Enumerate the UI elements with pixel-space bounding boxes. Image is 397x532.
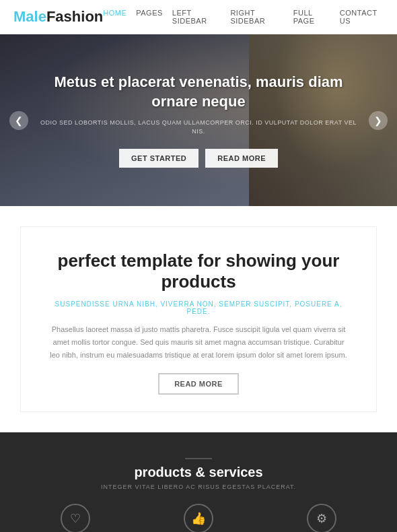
features-box: perfect template for showing your produc… (20, 226, 377, 412)
features-text: Phasellus laoreet massa id justo mattis … (48, 323, 349, 361)
site-logo[interactable]: MaleFashion (13, 8, 103, 26)
hero-arrow-left[interactable]: ❮ (9, 111, 28, 130)
hero-arrow-right[interactable]: ❯ (369, 111, 388, 130)
service-modern-design: ♡ MODERN DESIGN LETITIBULUM AUCTOR DAPIB… (13, 504, 137, 532)
products-subtitle: INTEGER VITAE LIBERO AC RISUS EGESTAS PL… (13, 484, 384, 490)
divider (185, 458, 212, 459)
thumbsup-icon: 👍 (184, 504, 213, 532)
services-row: ♡ MODERN DESIGN LETITIBULUM AUCTOR DAPIB… (13, 504, 384, 532)
nav-full-page[interactable]: FULL PAGE (293, 9, 330, 25)
nav-right-sidebar[interactable]: RIGHT SIDEBAR (230, 9, 283, 25)
features-title: perfect template for showing your produc… (48, 251, 349, 292)
service-quick-support: ⚙ QUICK SUPPORT LETITIBULUM AUCTOR DAPIB… (260, 504, 384, 532)
main-nav: HOME PAGES LEFT SIDEBAR RIGHT SIDEBAR FU… (103, 9, 384, 25)
nav-contact[interactable]: CONTACT US (340, 9, 384, 25)
products-title: products & services (13, 465, 384, 480)
hero-subtitle: ODIO SED LOBORTIS MOLLIS, LACUS QUAM ULL… (37, 119, 360, 137)
read-more-button[interactable]: READ MORE (205, 149, 278, 168)
features-section: perfect template for showing your produc… (0, 206, 397, 432)
gear-icon: ⚙ (307, 504, 336, 532)
service-high-quality: 👍 HIGH QUALITY LETITIBULUM AUCTOR DAPIBU… (137, 504, 260, 532)
hero-buttons: GET STARTED READ MORE (37, 149, 360, 168)
get-started-button[interactable]: GET STARTED (119, 149, 199, 168)
products-header: products & services INTEGER VITAE LIBERO… (13, 458, 384, 490)
nav-home[interactable]: HOME (103, 9, 127, 25)
hero-title: Metus et placerat venenatis, mauris diam… (37, 73, 360, 111)
heart-icon: ♡ (61, 504, 90, 532)
hero-content: Metus et placerat venenatis, mauris diam… (0, 73, 397, 167)
features-subtitle: SUSPENDISSE URNA NIBH, VIVERRA NON, SEMP… (48, 300, 349, 315)
features-read-more-button[interactable]: READ MORE (158, 373, 239, 395)
nav-pages[interactable]: PAGES (136, 9, 163, 25)
products-section: products & services INTEGER VITAE LIBERO… (0, 432, 397, 532)
logo-fashion: Fashion (46, 8, 103, 25)
site-header: MaleFashion HOME PAGES LEFT SIDEBAR RIGH… (0, 0, 397, 34)
logo-male: Male (13, 8, 46, 25)
hero-section: ❮ Metus et placerat venenatis, mauris di… (0, 34, 397, 206)
nav-left-sidebar[interactable]: LEFT SIDEBAR (172, 9, 221, 25)
